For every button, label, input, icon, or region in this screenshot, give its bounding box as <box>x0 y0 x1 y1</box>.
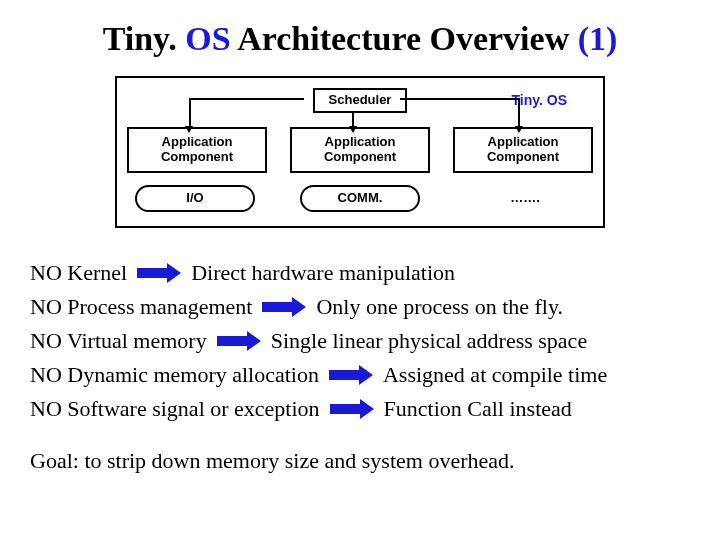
app-component-box: Application Component <box>127 127 267 173</box>
bullet-right: Function Call instead <box>384 392 572 426</box>
io-pill: I/O <box>135 185 255 212</box>
arrow-right-icon <box>330 401 374 417</box>
bullet-right: Single linear physical address space <box>271 324 587 358</box>
bullet-row: NO Virtual memory Single linear physical… <box>30 324 690 358</box>
bullet-right: Assigned at compile time <box>383 358 607 392</box>
connector-line <box>400 98 520 100</box>
diagram-container: Scheduler Tiny. OS Application Component… <box>30 76 690 228</box>
bullet-left: NO Software signal or exception <box>30 392 320 426</box>
bullet-left: NO Virtual memory <box>30 324 207 358</box>
arrow-right-icon <box>137 265 181 281</box>
arrow-right-icon <box>329 367 373 383</box>
title-prefix: Tiny. <box>103 20 186 57</box>
app-component-box: Application Component <box>453 127 593 173</box>
arrow-right-icon <box>217 333 261 349</box>
app-component-box: Application Component <box>290 127 430 173</box>
bullet-list: NO Kernel Direct hardware manipulation N… <box>30 256 690 426</box>
title-highlight: OS <box>185 20 230 57</box>
connector-line <box>189 98 304 100</box>
goal-text: Goal: to strip down memory size and syst… <box>30 448 690 474</box>
bullet-row: NO Dynamic memory allocation Assigned at… <box>30 358 690 392</box>
connector-line <box>189 98 191 128</box>
title-middle: Architecture Overview <box>231 20 578 57</box>
bullet-right: Only one process on the fly. <box>316 290 563 324</box>
bullet-right: Direct hardware manipulation <box>191 256 455 290</box>
bullet-row: NO Process management Only one process o… <box>30 290 690 324</box>
bullet-row: NO Software signal or exception Function… <box>30 392 690 426</box>
connector-line <box>518 98 520 128</box>
architecture-diagram: Scheduler Tiny. OS Application Component… <box>115 76 605 228</box>
bullet-left: NO Kernel <box>30 256 127 290</box>
ellipsis-label: ……. <box>465 191 585 206</box>
diagram-mid-row: Application Component Application Compon… <box>127 127 593 173</box>
diagram-top-row: Scheduler Tiny. OS <box>127 88 593 113</box>
scheduler-box: Scheduler <box>313 88 408 113</box>
arrow-right-icon <box>262 299 306 315</box>
bullet-row: NO Kernel Direct hardware manipulation <box>30 256 690 290</box>
bullet-left: NO Dynamic memory allocation <box>30 358 319 392</box>
title-suffix: (1) <box>578 20 618 57</box>
scheduler-label: Scheduler <box>329 92 392 107</box>
connector-line <box>352 112 354 128</box>
comm-pill: COMM. <box>300 185 420 212</box>
bullet-left: NO Process management <box>30 290 252 324</box>
slide-title: Tiny. OS Architecture Overview (1) <box>30 20 690 58</box>
diagram-bottom-row: I/O COMM. ……. <box>127 185 593 212</box>
